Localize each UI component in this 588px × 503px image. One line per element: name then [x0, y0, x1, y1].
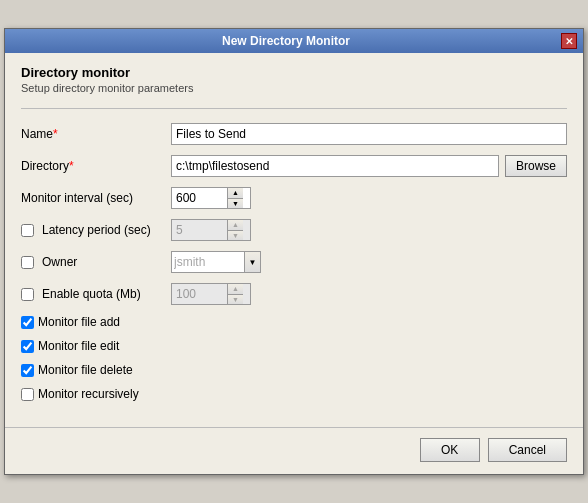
latency-period-input[interactable]: [172, 220, 227, 240]
monitor-interval-spin-down[interactable]: ▼: [227, 199, 243, 209]
window-title: New Directory Monitor: [11, 34, 561, 48]
directory-input[interactable]: [171, 155, 499, 177]
monitor-interval-input[interactable]: [172, 188, 227, 208]
name-input[interactable]: [171, 123, 567, 145]
enable-quota-control: ▲ ▼: [171, 283, 567, 305]
monitor-interval-label: Monitor interval (sec): [21, 191, 171, 205]
latency-period-label: Latency period (sec): [42, 223, 151, 237]
directory-label: Directory*: [21, 159, 171, 173]
latency-period-spinner: ▲ ▼: [171, 219, 251, 241]
owner-row: Owner jsmith ▼: [21, 251, 567, 273]
enable-quota-label: Enable quota (Mb): [42, 287, 141, 301]
monitor-recursively-checkbox[interactable]: [21, 388, 34, 401]
name-control: [171, 123, 567, 145]
monitor-file-add-row: Monitor file add: [21, 315, 567, 329]
monitor-file-edit-label: Monitor file edit: [38, 339, 119, 353]
monitor-file-add-checkbox[interactable]: [21, 316, 34, 329]
monitor-interval-row: Monitor interval (sec) ▲ ▼: [21, 187, 567, 209]
enable-quota-spin-down[interactable]: ▼: [227, 295, 243, 305]
monitor-recursively-label: Monitor recursively: [38, 387, 139, 401]
enable-quota-checkbox-wrap: Enable quota (Mb): [21, 287, 171, 301]
ok-button[interactable]: OK: [420, 438, 480, 462]
owner-dropdown-icon: ▼: [244, 252, 260, 272]
directory-control: Browse: [171, 155, 567, 177]
owner-label: Owner: [42, 255, 77, 269]
owner-control: jsmith ▼: [171, 251, 567, 273]
section-title: Directory monitor: [21, 65, 567, 80]
enable-quota-row: Enable quota (Mb) ▲ ▼: [21, 283, 567, 305]
directory-row: Directory* Browse: [21, 155, 567, 177]
name-row: Name*: [21, 123, 567, 145]
cancel-button[interactable]: Cancel: [488, 438, 567, 462]
section-subtitle: Setup directory monitor parameters: [21, 82, 567, 94]
owner-checkbox-wrap: Owner: [21, 255, 171, 269]
owner-select-wrap: jsmith ▼: [171, 251, 261, 273]
monitor-interval-spinner-btns: ▲ ▼: [227, 188, 243, 208]
close-button[interactable]: ✕: [561, 33, 577, 49]
monitor-file-add-label: Monitor file add: [38, 315, 120, 329]
owner-checkbox[interactable]: [21, 256, 34, 269]
enable-quota-input[interactable]: [172, 284, 227, 304]
monitor-recursively-row: Monitor recursively: [21, 387, 567, 401]
monitor-interval-control: ▲ ▼: [171, 187, 567, 209]
name-label: Name*: [21, 127, 171, 141]
latency-period-checkbox-wrap: Latency period (sec): [21, 223, 171, 237]
separator: [21, 108, 567, 109]
latency-period-spinner-btns: ▲ ▼: [227, 220, 243, 240]
monitor-interval-spinner: ▲ ▼: [171, 187, 251, 209]
latency-period-checkbox[interactable]: [21, 224, 34, 237]
monitor-file-edit-checkbox[interactable]: [21, 340, 34, 353]
monitor-interval-spin-up[interactable]: ▲: [227, 188, 243, 199]
latency-period-spin-down[interactable]: ▼: [227, 231, 243, 241]
latency-period-control: ▲ ▼: [171, 219, 567, 241]
owner-select[interactable]: jsmith: [172, 252, 244, 272]
enable-quota-checkbox[interactable]: [21, 288, 34, 301]
monitor-file-delete-label: Monitor file delete: [38, 363, 133, 377]
enable-quota-spinner: ▲ ▼: [171, 283, 251, 305]
dialog-window: New Directory Monitor ✕ Directory monito…: [4, 28, 584, 475]
enable-quota-spin-up[interactable]: ▲: [227, 284, 243, 295]
dialog-footer: OK Cancel: [5, 427, 583, 474]
monitor-file-edit-row: Monitor file edit: [21, 339, 567, 353]
enable-quota-spinner-btns: ▲ ▼: [227, 284, 243, 304]
monitor-file-delete-checkbox[interactable]: [21, 364, 34, 377]
latency-period-row: Latency period (sec) ▲ ▼: [21, 219, 567, 241]
browse-button[interactable]: Browse: [505, 155, 567, 177]
latency-period-spin-up[interactable]: ▲: [227, 220, 243, 231]
title-bar: New Directory Monitor ✕: [5, 29, 583, 53]
monitor-file-delete-row: Monitor file delete: [21, 363, 567, 377]
dialog-content: Directory monitor Setup directory monito…: [5, 53, 583, 423]
